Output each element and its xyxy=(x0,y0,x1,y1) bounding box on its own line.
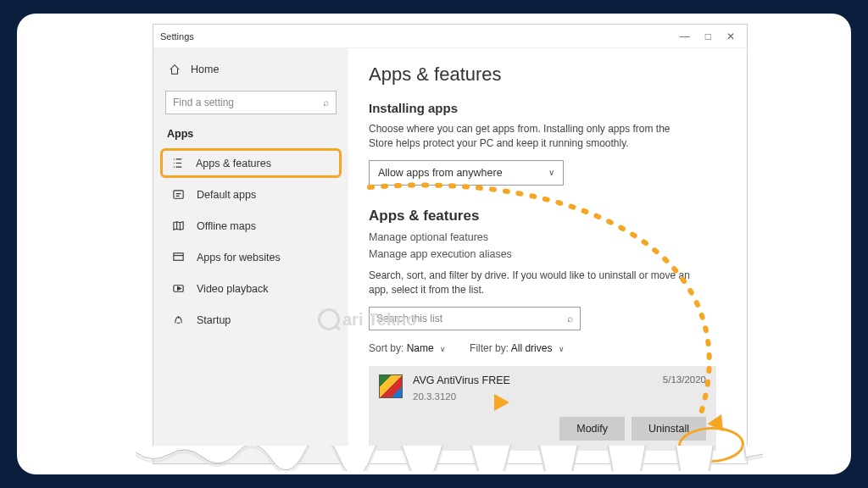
map-icon xyxy=(172,219,185,232)
sidebar-group-title: Apps xyxy=(165,125,337,147)
install-source-dropdown[interactable]: Allow apps from anywhere ∨ xyxy=(369,160,564,186)
close-button[interactable]: ✕ xyxy=(726,30,735,42)
svg-rect-0 xyxy=(174,191,183,198)
content-pane: Apps & features Installing apps Choose w… xyxy=(348,48,747,463)
startup-icon xyxy=(172,313,185,326)
link-execution-aliases[interactable]: Manage app execution aliases xyxy=(369,248,726,260)
sort-control[interactable]: Sort by: Name ∨ xyxy=(369,342,446,354)
sidebar-item-default-apps[interactable]: Default apps xyxy=(165,180,337,209)
sidebar: Home Find a setting ⌕ Apps Apps & featur… xyxy=(153,48,348,463)
annotation-arrow-left xyxy=(494,394,509,411)
modify-button[interactable]: Modify xyxy=(559,417,625,441)
search-icon: ⌕ xyxy=(567,313,573,324)
app-actions: Modify Uninstall xyxy=(379,417,706,441)
window-body: Home Find a setting ⌕ Apps Apps & featur… xyxy=(153,48,747,463)
window-title: Settings xyxy=(160,31,194,42)
home-label: Home xyxy=(191,64,219,75)
sidebar-item-label: Apps & features xyxy=(196,158,271,169)
home-nav[interactable]: Home xyxy=(165,57,337,82)
sidebar-item-video-playback[interactable]: Video playback xyxy=(165,274,337,303)
sidebar-item-label: Apps for websites xyxy=(197,252,281,263)
sidebar-item-label: Startup xyxy=(197,314,231,326)
app-install-date: 5/13/2020 xyxy=(663,374,706,385)
sidebar-item-startup[interactable]: Startup xyxy=(165,305,337,335)
sidebar-item-apps-features[interactable]: Apps & features xyxy=(160,148,342,178)
app-list-item[interactable]: AVG AntiVirus FREE 20.3.3120 5/13/2020 M… xyxy=(369,366,716,451)
chevron-down-icon: ∨ xyxy=(548,168,554,177)
app-header: AVG AntiVirus FREE 20.3.3120 5/13/2020 xyxy=(379,374,706,402)
outer-frame: Settings — □ ✕ Home Find a setting ⌕ App… xyxy=(17,14,851,474)
settings-window: Settings — □ ✕ Home Find a setting ⌕ App… xyxy=(153,24,748,464)
defaults-icon xyxy=(172,188,185,201)
maximize-button[interactable]: □ xyxy=(705,30,711,42)
chevron-down-icon: ∨ xyxy=(440,345,446,353)
apps-search[interactable]: Search this list ⌕ xyxy=(369,307,581,330)
avg-app-icon xyxy=(379,374,403,398)
home-icon xyxy=(169,64,181,75)
filter-value: All drives xyxy=(511,342,553,354)
sort-value: Name xyxy=(407,342,434,354)
sidebar-item-label: Default apps xyxy=(197,189,256,201)
sidebar-item-label: Video playback xyxy=(197,283,269,295)
sidebar-search-placeholder: Find a setting xyxy=(173,97,234,108)
titlebar: Settings — □ ✕ xyxy=(153,25,747,48)
filter-control[interactable]: Filter by: All drives ∨ xyxy=(470,342,565,354)
filter-label: Filter by: xyxy=(470,342,509,354)
apps-features-desc: Search, sort, and filter by drive. If yo… xyxy=(369,269,691,298)
svg-rect-1 xyxy=(174,253,183,260)
installing-apps-title: Installing apps xyxy=(369,101,726,115)
link-optional-features[interactable]: Manage optional features xyxy=(369,231,726,243)
sidebar-item-apps-websites[interactable]: Apps for websites xyxy=(165,242,337,272)
page-heading: Apps & features xyxy=(369,64,726,86)
video-icon xyxy=(172,282,185,295)
sidebar-item-offline-maps[interactable]: Offline maps xyxy=(165,211,337,241)
app-name: AVG AntiVirus FREE xyxy=(413,374,510,386)
sidebar-item-label: Offline maps xyxy=(197,220,256,232)
window-buttons: — □ ✕ xyxy=(680,30,740,42)
search-icon: ⌕ xyxy=(323,97,329,108)
minimize-button[interactable]: — xyxy=(680,30,690,42)
sort-filter-row: Sort by: Name ∨ Filter by: All drives ∨ xyxy=(369,342,726,354)
chevron-down-icon: ∨ xyxy=(559,345,565,353)
apps-search-placeholder: Search this list xyxy=(376,313,442,324)
installing-apps-desc: Choose where you can get apps from. Inst… xyxy=(369,122,691,152)
sidebar-search[interactable]: Find a setting ⌕ xyxy=(165,91,337,114)
list-icon xyxy=(171,157,184,169)
websites-icon xyxy=(172,251,185,263)
dropdown-value: Allow apps from anywhere xyxy=(378,167,503,179)
sort-label: Sort by: xyxy=(369,342,403,354)
apps-features-title: Apps & features xyxy=(369,208,726,225)
